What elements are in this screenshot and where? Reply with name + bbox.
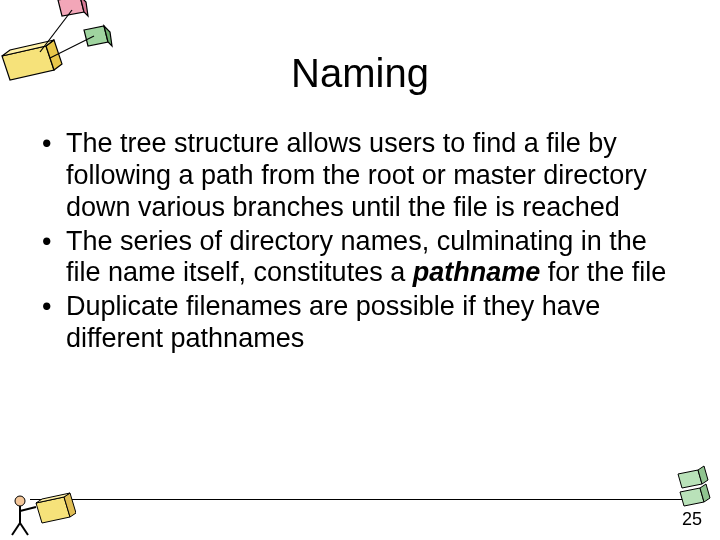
bullet-marker-icon: • <box>40 226 66 290</box>
emphasized-term: pathname <box>413 257 541 287</box>
slide-body: • The tree structure allows users to fin… <box>40 128 684 357</box>
bullet-item: • Duplicate filenames are possible if th… <box>40 291 684 355</box>
bullet-marker-icon: • <box>40 128 66 224</box>
bullet-item: • The series of directory names, culmina… <box>40 226 684 290</box>
svg-line-0 <box>40 10 72 52</box>
bullet-text: The tree structure allows users to find … <box>66 128 684 224</box>
decorative-bottom-right-icon <box>674 462 712 510</box>
decorative-bottom-left-icon <box>6 483 76 538</box>
bullet-text: Duplicate filenames are possible if they… <box>66 291 684 355</box>
footer-divider <box>30 499 708 500</box>
page-number: 25 <box>682 509 702 530</box>
bullet-item: • The tree structure allows users to fin… <box>40 128 684 224</box>
bullet-marker-icon: • <box>40 291 66 355</box>
slide-title: Naming <box>0 51 720 96</box>
bullet-text: The series of directory names, culminati… <box>66 226 684 290</box>
svg-point-2 <box>15 496 25 506</box>
slide: Naming • The tree structure allows users… <box>0 0 720 540</box>
